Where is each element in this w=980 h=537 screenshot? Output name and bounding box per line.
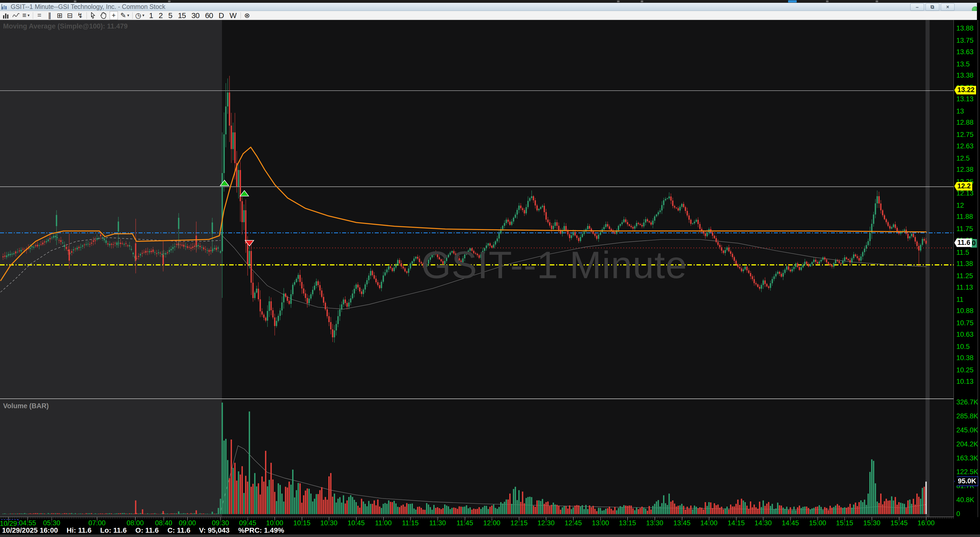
status-segment: %PRC: 1.49%: [238, 526, 284, 534]
price-tick-label: 13.75: [956, 37, 974, 44]
price-tick-label: 10.88: [956, 307, 974, 315]
volume-chart[interactable]: [0, 400, 953, 517]
time-major-tick: [709, 517, 709, 521]
status-segment: O: 11.6: [135, 526, 159, 534]
price-tick-label: 11.75: [956, 225, 973, 233]
toolbar-separator: [132, 12, 133, 19]
price-tick-label: 11.13: [956, 283, 973, 291]
price-tick-label: 11.38: [956, 260, 973, 268]
close-chart-button[interactable]: ⊗: [243, 11, 251, 20]
restore-button[interactable]: ⧉: [926, 3, 939, 11]
status-segment: Lo: 11.6: [100, 526, 127, 534]
pane-divider[interactable]: [0, 399, 980, 399]
chart-toolbar: ≡▼=∥⊞⊟↯+✎▼◷▼125153060DW⊗: [0, 11, 979, 20]
zoom-out-icon[interactable]: ⊟: [66, 11, 74, 20]
price-tick-label: 12: [956, 202, 964, 210]
last-price-tag: 11.6: [954, 238, 972, 247]
window-titlebar[interactable]: GSIT--1 Minute--GSI Technology, Inc. - C…: [0, 3, 977, 11]
dropdown-caret-icon: ▼: [127, 13, 130, 17]
buy-arrow-marker: [240, 191, 249, 196]
dropdown-caret-icon: ▼: [27, 13, 30, 17]
price-tick-label: 11.88: [956, 213, 973, 221]
time-major-tick: [763, 517, 764, 521]
time-axis[interactable]: 10/2904:5505:3007:0008:0008:4009:0009:30…: [0, 517, 980, 526]
time-major-tick: [926, 517, 926, 521]
chart-type-icon[interactable]: [2, 11, 10, 20]
price-tick-label: 10.5: [956, 343, 970, 351]
horizontal-lines-icon[interactable]: =: [36, 11, 43, 20]
price-tick-label: 11.25: [956, 272, 973, 280]
timeframe-button-D[interactable]: D: [217, 11, 226, 20]
price-tick-label: 10.25: [956, 366, 974, 374]
time-major-tick: [356, 517, 356, 521]
time-major-tick: [627, 517, 628, 521]
price-tick-label: 13.88: [956, 24, 974, 32]
toolbar-separator: [86, 12, 87, 19]
time-major-tick: [682, 517, 682, 521]
window-bottom-frame: [0, 534, 980, 537]
indicator-label: Moving Average (Simple@100): 11.479: [3, 22, 128, 30]
time-major-tick: [519, 517, 519, 521]
price-tick-label: 11: [956, 296, 964, 303]
timeframe-button-30[interactable]: 30: [190, 11, 201, 20]
time-major-tick: [845, 517, 845, 521]
window-title: GSIT--1 Minute--GSI Technology, Inc. - C…: [11, 3, 165, 10]
time-major-tick: [164, 517, 164, 521]
volume-tick-label: 163.3K: [956, 454, 978, 462]
time-major-tick: [97, 517, 97, 521]
close-button[interactable]: ×: [941, 3, 955, 11]
time-major-tick: [899, 517, 899, 521]
time-interval-icon[interactable]: ◷▼: [135, 11, 145, 20]
main-chart[interactable]: [0, 20, 953, 399]
volume-pane-label: Volume (BAR): [3, 402, 49, 410]
volume-tick-label: 40.8K: [956, 496, 974, 504]
price-alert-tag: 13.22: [954, 86, 976, 94]
line-style-icon[interactable]: [12, 11, 20, 20]
trading-app-window: GSIT--1 Minute--GSI Technology, Inc. - C…: [0, 0, 980, 537]
price-tick-label: 12.63: [956, 142, 974, 150]
toolbar-separator: [33, 12, 33, 19]
minimize-button[interactable]: –: [910, 3, 924, 11]
volume-tick-label: 0: [956, 510, 960, 518]
chart-watermark: GSIT--1 Minute: [421, 243, 687, 287]
time-major-tick: [438, 517, 438, 521]
taskbar-item: [876, 0, 878, 2]
time-major-tick: [187, 517, 188, 521]
zoom-in-icon[interactable]: ⊞: [56, 11, 64, 20]
volume-tick-label: 326.7K: [956, 398, 978, 406]
price-tick-label: 12.5: [956, 154, 970, 162]
indicators-icon[interactable]: ≡▼: [22, 11, 30, 20]
timeframe-button-15[interactable]: 15: [177, 11, 187, 20]
timeframe-button-5[interactable]: 5: [167, 11, 174, 20]
price-tick-label: 13.13: [956, 95, 974, 103]
time-major-tick: [655, 517, 655, 521]
price-tick-label: 12.88: [956, 119, 974, 127]
draw-pencil-icon[interactable]: ✎▼: [120, 11, 130, 20]
timeframe-button-60[interactable]: 60: [204, 11, 214, 20]
taskbar-item: [74, 0, 76, 2]
time-major-tick: [27, 517, 28, 521]
dropdown-caret-icon: ▼: [142, 13, 145, 17]
auto-scale-icon[interactable]: ↯: [76, 11, 84, 20]
price-tick-label: 12.38: [956, 166, 974, 173]
timeframe-button-W[interactable]: W: [228, 11, 238, 20]
crosshair-icon[interactable]: +: [110, 11, 118, 20]
vertical-lines-icon[interactable]: ∥: [46, 11, 54, 20]
time-major-tick: [546, 517, 546, 521]
taskbar-item: [641, 0, 643, 2]
time-major-tick: [220, 517, 221, 521]
cursor-icon[interactable]: [89, 11, 97, 20]
buy-arrow-marker: [220, 180, 229, 186]
timeframe-button-2[interactable]: 2: [157, 11, 164, 20]
taskbar-active-item: [788, 0, 797, 3]
volume-tick-label: 245.0K: [956, 426, 978, 434]
price-tick-label: 10.38: [956, 354, 974, 362]
status-segment: Hi: 11.6: [67, 526, 92, 534]
price-axis[interactable]: 13.8813.7513.6313.513.3813.2513.131312.8…: [953, 20, 980, 517]
price-tick-label: 13: [956, 107, 964, 115]
price-tick-label: 13.63: [956, 48, 974, 56]
volume-tick-label: 285.8K: [956, 412, 978, 420]
timeframe-button-1[interactable]: 1: [148, 11, 155, 20]
price-tick-label: 12.75: [956, 131, 974, 139]
pan-hand-icon[interactable]: [100, 11, 107, 20]
